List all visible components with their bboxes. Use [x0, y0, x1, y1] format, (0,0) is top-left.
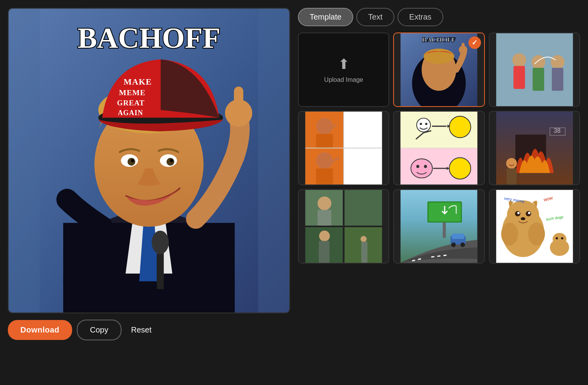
svg-point-62 [449, 157, 471, 179]
svg-text:BACHOFF: BACHOFF [78, 22, 221, 54]
svg-point-101 [521, 217, 525, 221]
svg-text:MEME: MEME [119, 88, 145, 97]
tab-extras[interactable]: Extras [397, 8, 443, 26]
template-cartoon[interactable] [393, 111, 485, 185]
svg-point-80 [361, 236, 367, 242]
svg-rect-91 [452, 234, 464, 239]
template-drake[interactable] [298, 111, 389, 185]
svg-point-60 [416, 165, 419, 168]
svg-point-34 [512, 53, 526, 67]
svg-point-55 [425, 123, 428, 125]
right-panel: Template Text Extras ⬆ Upload Image ✓ [298, 8, 580, 264]
template-highway[interactable] [393, 189, 485, 264]
template-distracted-bf[interactable] [489, 33, 580, 107]
download-button[interactable]: Download [8, 320, 72, 340]
svg-point-93 [461, 242, 465, 247]
svg-point-53 [417, 118, 430, 132]
template-grid: ⬆ Upload Image ✓ BA [298, 33, 580, 264]
svg-text:BACHOFF: BACHOFF [422, 36, 456, 43]
template-pablo[interactable] [298, 189, 389, 264]
svg-point-54 [420, 123, 422, 125]
upload-icon: ⬆ [338, 56, 350, 72]
svg-rect-46 [316, 168, 333, 184]
svg-point-106 [555, 237, 558, 239]
svg-point-105 [552, 233, 566, 245]
template-disaster-thumb: 38 [490, 112, 579, 184]
svg-rect-2 [258, 9, 289, 313]
svg-point-15 [170, 159, 173, 162]
svg-text:MAKE: MAKE [123, 77, 152, 87]
meme-svg: MAKE MEME GREAT AGAIN BACHOFF [9, 9, 289, 313]
svg-point-78 [319, 231, 330, 241]
svg-rect-17 [234, 87, 243, 118]
svg-point-59 [411, 159, 433, 178]
svg-point-45 [316, 152, 333, 169]
svg-point-41 [316, 118, 333, 135]
svg-rect-1 [9, 9, 40, 313]
upload-label: Upload Image [324, 76, 363, 83]
selected-check: ✓ [468, 36, 481, 49]
meme-canvas: MAKE MEME GREAT AGAIN BACHOFF [9, 9, 289, 313]
svg-point-13 [167, 158, 174, 166]
svg-point-76 [318, 197, 331, 210]
svg-rect-81 [361, 242, 368, 263]
svg-text:AGAIN: AGAIN [118, 109, 143, 117]
svg-rect-37 [532, 68, 544, 91]
svg-rect-39 [552, 68, 563, 91]
svg-point-38 [550, 55, 564, 69]
svg-rect-47 [344, 148, 382, 184]
svg-point-12 [127, 158, 135, 166]
svg-point-92 [451, 242, 456, 247]
left-panel: MAKE MEME GREAT AGAIN BACHOFF Download C… [8, 8, 290, 340]
meme-canvas-container: MAKE MEME GREAT AGAIN BACHOFF [8, 8, 290, 313]
svg-rect-73 [345, 190, 382, 226]
svg-point-19 [152, 231, 169, 254]
template-doge-thumb: wow very meme such doge [490, 190, 579, 263]
svg-rect-79 [319, 241, 329, 263]
template-doge[interactable]: wow very meme such doge [489, 189, 580, 264]
copy-button[interactable]: Copy [77, 320, 122, 340]
template-highway-thumb [394, 190, 484, 263]
svg-point-107 [561, 237, 563, 239]
reset-button[interactable]: Reset [126, 320, 156, 340]
tab-text[interactable]: Text [356, 8, 394, 26]
svg-text:38: 38 [554, 127, 561, 134]
template-disaster-girl[interactable]: 38 [489, 111, 580, 185]
template-trump[interactable]: ✓ BACHOFF [393, 33, 485, 107]
tab-template[interactable]: Template [298, 8, 353, 26]
tab-bar: Template Text Extras [298, 8, 580, 26]
template-pablo-thumb [299, 190, 388, 263]
svg-point-14 [131, 159, 134, 162]
svg-point-61 [424, 165, 427, 168]
svg-rect-31 [462, 43, 465, 52]
action-buttons: Download Copy Reset [8, 320, 290, 340]
svg-point-99 [517, 212, 519, 214]
svg-point-102 [501, 222, 518, 246]
template-drake-thumb [299, 112, 388, 184]
svg-rect-43 [344, 112, 382, 148]
svg-rect-69 [506, 168, 516, 184]
svg-point-29 [424, 49, 454, 64]
svg-point-56 [449, 116, 471, 138]
template-distracted-thumb [490, 33, 579, 106]
svg-point-103 [528, 222, 545, 246]
svg-rect-89 [443, 222, 446, 238]
svg-rect-35 [513, 66, 524, 89]
svg-rect-77 [318, 210, 331, 226]
svg-point-100 [528, 212, 530, 214]
svg-point-36 [531, 55, 545, 69]
svg-point-68 [506, 158, 517, 168]
template-cartoon-thumb [394, 112, 484, 184]
upload-image-cell[interactable]: ⬆ Upload Image [298, 33, 389, 107]
svg-rect-42 [316, 134, 333, 148]
svg-text:GREAT: GREAT [117, 99, 145, 107]
